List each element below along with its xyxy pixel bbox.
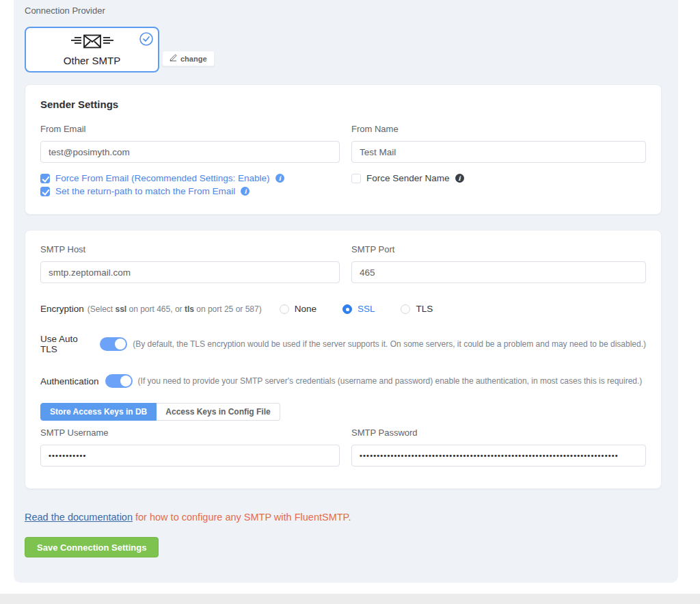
from-email-label: From Email [40, 124, 340, 134]
encryption-radio-none[interactable]: None [280, 304, 317, 314]
sender-settings-card: Sender Settings From Email From Name For… [25, 84, 662, 215]
smtp-username-input[interactable] [40, 445, 340, 467]
tab-store-keys-db[interactable]: Store Access Keys in DB [40, 403, 157, 421]
force-from-email-row: Force From Email (Recommended Settings: … [40, 173, 340, 183]
footer-strip [0, 594, 700, 604]
info-icon[interactable]: i [455, 174, 464, 183]
return-path-row: Set the return-path to match the From Em… [40, 186, 340, 196]
authentication-hint: (If you need to provide your SMTP server… [138, 376, 643, 386]
radio-icon [401, 304, 410, 314]
smtp-port-group: SMTP Port [351, 244, 646, 283]
from-name-label: From Name [351, 124, 646, 134]
page: Connection Provider [0, 0, 700, 604]
force-sender-name-row: Force Sender Name i [351, 173, 646, 183]
documentation-link[interactable]: Read the documentation [25, 512, 133, 523]
encryption-radio-group: None SSL TLS [280, 304, 433, 314]
key-storage-tabs: Store Access Keys in DB Access Keys in C… [40, 403, 646, 421]
provider-card-other-smtp[interactable]: Other SMTP [25, 27, 159, 73]
force-from-email-label[interactable]: Force From Email (Recommended Settings: … [55, 173, 270, 183]
sender-settings-title: Sender Settings [40, 99, 646, 110]
info-icon[interactable]: i [241, 187, 250, 196]
info-icon[interactable]: i [275, 174, 284, 183]
smtp-settings-card: SMTP Host SMTP Port Encryption (Select s… [25, 230, 662, 489]
radio-label-none: None [295, 304, 317, 314]
from-name-group: From Name [351, 124, 646, 163]
toggle-knob [120, 376, 131, 386]
smtp-username-group: SMTP Username [40, 428, 340, 467]
smtp-port-input[interactable] [351, 261, 646, 283]
force-sender-name-checkbox[interactable] [351, 174, 361, 183]
documentation-line: Read the documentation for how to config… [25, 512, 662, 523]
smtp-password-input[interactable] [351, 445, 646, 467]
smtp-username-label: SMTP Username [40, 428, 340, 438]
auto-tls-label: Use Auto TLS [40, 334, 94, 354]
encryption-label: Encryption [40, 304, 84, 314]
auto-tls-toggle[interactable] [100, 337, 127, 351]
force-from-email-checkbox[interactable] [40, 174, 50, 183]
sender-right-checks: Force Sender Name i [351, 173, 646, 199]
force-sender-name-label[interactable]: Force Sender Name [366, 173, 450, 183]
smtp-envelope-icon [69, 34, 116, 54]
selected-check-icon [139, 32, 153, 46]
smtp-host-input[interactable] [40, 261, 340, 283]
smtp-password-group: SMTP Password [351, 428, 646, 467]
tab-keys-config-file[interactable]: Access Keys in Config File [157, 403, 280, 421]
change-provider-button[interactable]: change [162, 51, 215, 66]
encryption-radio-tls[interactable]: TLS [401, 304, 433, 314]
radio-icon [342, 304, 352, 314]
connection-provider-label: Connection Provider [25, 4, 662, 16]
save-connection-settings-button[interactable]: Save Connection Settings [25, 537, 159, 557]
encryption-radio-ssl[interactable]: SSL [342, 304, 375, 314]
pencil-icon [170, 54, 177, 63]
from-name-input[interactable] [351, 141, 646, 163]
smtp-host-label: SMTP Host [40, 244, 340, 254]
authentication-toggle[interactable] [105, 374, 133, 388]
encryption-hint: (Select ssl on port 465, or tls on port … [88, 304, 262, 314]
radio-icon [280, 304, 289, 314]
smtp-password-label: SMTP Password [351, 428, 646, 438]
smtp-port-label: SMTP Port [351, 244, 646, 254]
from-email-group: From Email [40, 124, 340, 163]
provider-row: Other SMTP change [25, 27, 662, 73]
provider-name: Other SMTP [64, 55, 120, 66]
authentication-row: Authentication (If you need to provide y… [40, 374, 646, 388]
documentation-text: for how to configure any SMTP with Fluen… [133, 512, 351, 523]
settings-panel: Connection Provider [14, 0, 678, 583]
auto-tls-row: Use Auto TLS (By default, the TLS encryp… [40, 334, 646, 354]
smtp-host-group: SMTP Host [40, 244, 340, 283]
change-button-label: change [180, 55, 207, 63]
return-path-checkbox[interactable] [40, 187, 50, 196]
authentication-label: Authentication [40, 376, 99, 386]
from-email-input[interactable] [40, 141, 340, 163]
encryption-row: Encryption (Select ssl on port 465, or t… [40, 304, 646, 314]
toggle-knob [115, 339, 126, 350]
auto-tls-hint: (By default, the TLS encryption would be… [133, 339, 646, 349]
radio-label-ssl: SSL [358, 304, 375, 314]
sender-left-checks: Force From Email (Recommended Settings: … [40, 173, 340, 199]
radio-label-tls: TLS [416, 304, 433, 314]
return-path-label[interactable]: Set the return-path to match the From Em… [55, 186, 235, 196]
